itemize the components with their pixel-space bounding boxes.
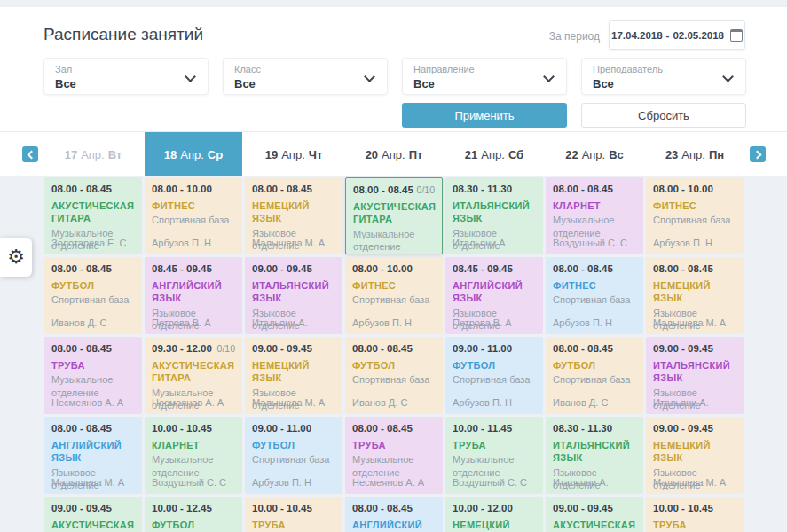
lesson-teacher: Итальяни А. — [252, 317, 308, 328]
lesson-time-row: 10.00 - 10.45 — [653, 503, 736, 513]
lesson-card[interactable]: 10.00 - 10.45ТРУБАМузыкальное отделение — [245, 497, 342, 532]
lesson-subject: ТРУБА — [252, 519, 335, 531]
filter-2[interactable]: КлассВсе — [223, 58, 388, 95]
lesson-subject: ФУТБОЛ — [51, 279, 135, 292]
day-tab-17[interactable]: 17Апр.Вт — [44, 132, 142, 176]
lesson-card[interactable]: 10.00 - 12.00НЕМЕЦКИЙ ЯЗЫКЯзыковое отдел… — [445, 497, 543, 532]
settings-button[interactable]: ⚙ — [0, 238, 32, 277]
day-date: 20 — [366, 148, 378, 161]
lesson-time: 08.00 - 10.00 — [352, 263, 413, 274]
lesson-card[interactable]: 08.00 - 08.45АНГЛИЙСКИЙ ЯЗЫКЯзыковое отд… — [44, 417, 142, 494]
lesson-card[interactable]: 09.00 - 09.45ИТАЛЬЯНСКИЙ ЯЗЫКЯзыковое от… — [245, 257, 342, 334]
lesson-card[interactable]: 08.30 - 11.30ИТАЛЬЯНСКИЙ ЯЗЫКЯзыковое от… — [546, 417, 643, 494]
lesson-card[interactable]: 09.00 - 09.45АКУСТИЧЕСКАЯ ГИТАРА — [44, 497, 142, 532]
lesson-location: Спортивная база — [152, 214, 235, 226]
lesson-card[interactable]: 08.00 - 08.45ФУТБОЛСпортивная базаИванов… — [345, 337, 443, 414]
filter-1[interactable]: ЗалВсе — [43, 58, 209, 95]
prev-day-button[interactable] — [22, 146, 38, 162]
lesson-teacher: Иванов Д. С — [553, 397, 608, 408]
capacity-badge: 0/10 — [417, 184, 435, 195]
lesson-time: 09.30 - 12.00 — [152, 343, 212, 354]
lesson-time-row: 08.00 - 10.00 — [352, 263, 436, 274]
lesson-subject: АКУСТИЧЕСКАЯ ГИТАРА — [51, 519, 135, 532]
lesson-time-row: 09.00 - 11.00 — [252, 423, 335, 434]
lesson-teacher: Малышева М. А — [252, 397, 325, 408]
lesson-card[interactable]: 08.00 - 08.45АКУСТИЧЕСКАЯ ГИТАРАМузыкаль… — [44, 177, 142, 254]
lesson-card[interactable]: 08.00 - 08.45НЕМЕЦКИЙ ЯЗЫКЯзыковое отдел… — [245, 177, 342, 254]
day-month: Апр. — [180, 148, 204, 161]
lesson-subject: АКУСТИЧЕСКАЯ ГИТАРА — [553, 519, 636, 532]
lesson-card[interactable]: 10.00 - 10.45КЛАРНЕТМузыкальное отделени… — [145, 417, 242, 494]
lesson-card[interactable]: 09.00 - 09.45ИТАЛЬЯНСКИЙ ЯЗЫКЯзыковое от… — [646, 337, 744, 414]
lesson-time-row: 08.00 - 08.45 — [51, 184, 135, 194]
lesson-card[interactable]: 08.30 - 11.30ИТАЛЬЯНСКИЙ ЯЗЫКЯзыковое от… — [445, 177, 543, 254]
lesson-card[interactable]: 08.00 - 08.45АНГЛИЙСКИЙ ЯЗЫКЯзыковое отд… — [345, 497, 443, 532]
lesson-card[interactable]: 09.30 - 12.000/10АКУСТИЧЕСКАЯ ГИТАРАМузы… — [145, 337, 242, 414]
day-tab-19[interactable]: 19Апр.Чт — [245, 132, 342, 176]
day-tab-22[interactable]: 22Апр.Вс — [546, 132, 643, 176]
lesson-card[interactable]: 08.00 - 08.45ТРУБАМузыкальное отделениеН… — [44, 337, 142, 414]
lesson-time: 08.00 - 08.45 — [352, 343, 413, 354]
filter-selected-value: Все — [55, 77, 197, 90]
lesson-subject: АКУСТИЧЕСКАЯ ГИТАРА — [152, 359, 235, 385]
page-title: Расписание занятий — [43, 25, 203, 44]
lesson-card[interactable]: 10.00 - 11.45ТРУБАМузыкальное отделениеВ… — [445, 417, 543, 494]
lesson-card[interactable]: 08.00 - 08.45ФУТБОЛСпортивная базаИванов… — [546, 337, 643, 414]
lesson-time: 09.00 - 09.45 — [51, 503, 112, 513]
capacity-badge: 0/10 — [217, 343, 235, 354]
lesson-card[interactable]: 08.00 - 10.00ФИТНЕССпортивная базаАрбузо… — [145, 177, 242, 254]
lesson-time: 08.45 - 09.45 — [152, 263, 212, 274]
filter-label: Направление — [413, 64, 555, 75]
lesson-card[interactable]: 08.00 - 08.45ФУТБОЛСпортивная базаИванов… — [44, 257, 142, 334]
lesson-card[interactable]: 10.00 - 10.45ТРУБАМузыкальное отделение — [646, 497, 744, 532]
chevron-left-icon — [27, 150, 35, 159]
lesson-time-row: 08.00 - 08.45 — [51, 343, 135, 354]
lesson-time: 09.00 - 09.45 — [252, 343, 312, 354]
lesson-card[interactable]: 09.00 - 09.45НЕМЕЦКИЙ ЯЗЫКЯзыковое отдел… — [245, 337, 342, 414]
day-tab-20[interactable]: 20Апр.Пт — [345, 132, 443, 176]
lesson-time: 08.30 - 11.30 — [453, 184, 512, 194]
lesson-subject: ФУТБОЛ — [453, 359, 536, 372]
lesson-card[interactable]: 08.00 - 08.450/10АКУСТИЧЕСКАЯ ГИТАРАМузы… — [345, 177, 443, 254]
reset-button[interactable]: Сбросить — [581, 103, 746, 128]
lesson-subject: ИТАЛЬЯНСКИЙ ЯЗЫК — [653, 359, 736, 385]
date-to: 02.05.2018 — [673, 30, 724, 41]
day-header-row: 17Апр.Вт18Апр.Ср19Апр.Чт20Апр.Пт21Апр.Сб… — [44, 132, 744, 176]
lesson-subject: ФИТНЕС — [352, 279, 436, 292]
lesson-time: 09.00 - 11.00 — [252, 423, 311, 434]
lesson-time: 08.30 - 11.30 — [553, 423, 612, 434]
lesson-time-row: 08.45 - 09.45 — [453, 263, 536, 274]
filter-selected-value: Все — [413, 77, 555, 90]
next-day-button[interactable] — [750, 146, 766, 162]
lesson-card[interactable]: 10.00 - 12.45ФУТБОЛСпортивная база — [145, 497, 242, 532]
lesson-time: 08.00 - 08.45 — [51, 184, 112, 194]
lesson-card[interactable]: 08.00 - 08.45КЛАРНЕТМузыкальное отделени… — [546, 177, 643, 254]
date-from: 17.04.2018 — [611, 30, 663, 41]
lesson-card[interactable]: 08.00 - 08.45ФИТНЕССпортивная базаАрбузо… — [546, 257, 643, 334]
lesson-card[interactable]: 08.00 - 10.00ФИТНЕССпортивная базаАрбузо… — [646, 177, 744, 254]
day-weekday: Чт — [309, 148, 323, 161]
lesson-card[interactable]: 08.00 - 08.45НЕМЕЦКИЙ ЯЗЫКЯзыковое отдел… — [646, 257, 744, 334]
day-tab-21[interactable]: 21Апр.Сб — [445, 132, 543, 176]
lesson-teacher: Иванов Д. С — [51, 317, 106, 328]
lesson-card[interactable]: 09.00 - 11.00ФУТБОЛСпортивная базаАрбузо… — [445, 337, 543, 414]
lesson-teacher: Несмеянов А. А — [51, 397, 123, 408]
lesson-card[interactable]: 08.00 - 08.45ТРУБАМузыкальное отделениеН… — [345, 417, 443, 494]
day-month: Апр. — [382, 148, 405, 161]
lesson-card[interactable]: 09.00 - 09.45АКУСТИЧЕСКАЯ ГИТАРА — [546, 497, 643, 532]
lesson-card[interactable]: 08.45 - 09.45АНГЛИЙСКИЙ ЯЗЫКЯзыковое отд… — [445, 257, 543, 334]
filter-label: Класс — [234, 64, 376, 75]
lesson-card[interactable]: 08.45 - 09.45АНГЛИЙСКИЙ ЯЗЫКЯзыковое отд… — [145, 257, 242, 334]
filter-3[interactable]: НаправлениеВсе — [402, 58, 567, 95]
day-tab-18[interactable]: 18Апр.Ср — [145, 132, 242, 176]
lesson-card[interactable]: 09.00 - 09.45НЕМЕЦКИЙ ЯЗЫКЯзыковое отдел… — [646, 417, 744, 494]
lesson-card[interactable]: 08.00 - 10.00ФИТНЕССпортивная базаАрбузо… — [345, 257, 443, 334]
filter-4[interactable]: ПреподавательВсе — [581, 58, 746, 95]
day-month: Апр. — [681, 148, 705, 161]
day-tab-23[interactable]: 23Апр.Пн — [646, 132, 744, 176]
lesson-card[interactable]: 09.00 - 11.00ФУТБОЛСпортивная базаАрбузо… — [245, 417, 342, 494]
date-range-picker[interactable]: 17.04.2018 - 02.05.2018 — [609, 20, 745, 50]
lesson-location: Музыкальное отделение — [453, 453, 536, 479]
lesson-subject: ФУТБОЛ — [553, 359, 636, 372]
apply-button[interactable]: Применить — [402, 103, 567, 128]
